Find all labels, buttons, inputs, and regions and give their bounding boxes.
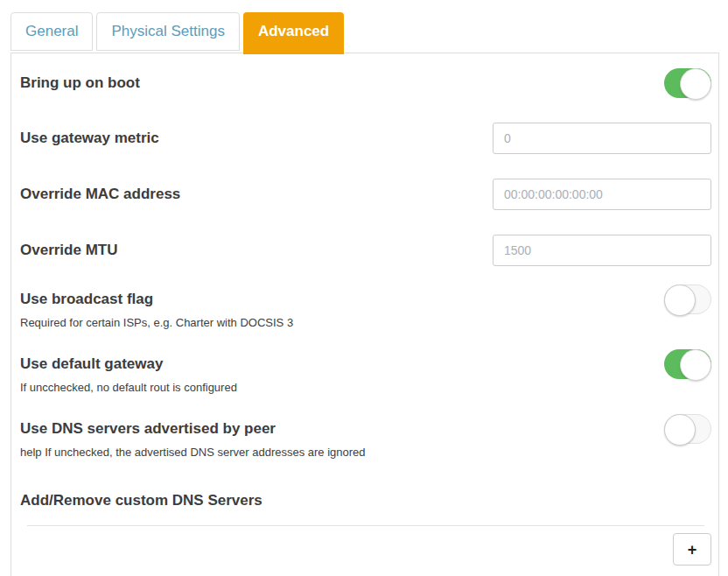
default-gateway-toggle[interactable] (664, 349, 711, 379)
custom-dns-add-row: + (20, 526, 711, 565)
default-gateway-label: Use default gateway (20, 355, 237, 373)
tab-general[interactable]: General (10, 12, 93, 51)
setting-row-bring-up-on-boot: Bring up on boot (20, 68, 711, 98)
dns-advertised-toggle[interactable] (664, 414, 711, 444)
custom-dns-heading: Add/Remove custom DNS Servers (20, 492, 711, 509)
mac-address-input[interactable] (493, 179, 711, 210)
setting-row-broadcast-flag: Use broadcast flag Required for certain … (20, 291, 711, 329)
dns-advertised-text: Use DNS servers advertised by peer help … (20, 420, 366, 459)
default-gateway-help: If uncchecked, no default rout is config… (20, 381, 237, 394)
broadcast-flag-label: Use broadcast flag (20, 291, 293, 308)
setting-row-gateway-metric: Use gateway metric (20, 123, 711, 154)
tab-advanced[interactable]: Advanced (243, 12, 344, 54)
mtu-input[interactable] (493, 235, 711, 266)
tab-physical-settings[interactable]: Physical Settings (96, 12, 239, 51)
broadcast-flag-help: Required for certain ISPs, e.g. Charter … (20, 316, 293, 329)
bring-up-on-boot-label: Bring up on boot (20, 74, 140, 92)
broadcast-flag-text: Use broadcast flag Required for certain … (20, 291, 293, 329)
default-gateway-text: Use default gateway If uncchecked, no de… (20, 355, 237, 394)
add-dns-server-button[interactable]: + (673, 533, 711, 565)
setting-row-mac-address: Override MAC address (20, 179, 711, 210)
setting-row-default-gateway: Use default gateway If uncchecked, no de… (20, 355, 711, 394)
mtu-label: Override MTU (20, 242, 117, 259)
gateway-metric-label: Use gateway metric (20, 130, 159, 147)
advanced-settings-panel: Bring up on boot Use gateway metric Over… (10, 53, 719, 576)
settings-tabbar: General Physical Settings Advanced (0, 12, 728, 53)
setting-row-mtu: Override MTU (20, 235, 711, 266)
mac-address-label: Override MAC address (20, 186, 180, 203)
gateway-metric-input[interactable] (493, 123, 711, 154)
dns-advertised-help: help If unchecked, the advertised DNS se… (20, 446, 366, 459)
setting-row-dns-advertised: Use DNS servers advertised by peer help … (20, 420, 711, 459)
bring-up-on-boot-toggle[interactable] (664, 68, 711, 98)
broadcast-flag-toggle[interactable] (664, 284, 711, 314)
dns-advertised-label: Use DNS servers advertised by peer (20, 420, 366, 438)
